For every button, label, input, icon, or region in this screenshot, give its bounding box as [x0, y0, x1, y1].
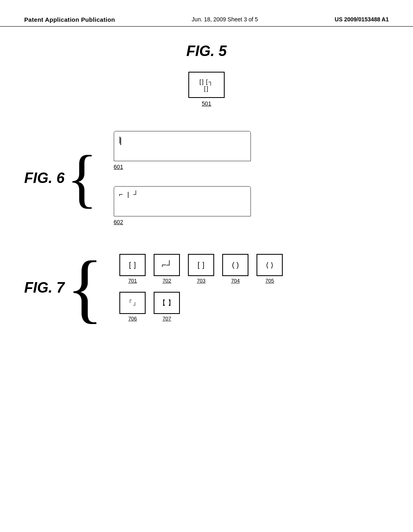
fig7-title: FIG. 7: [24, 279, 65, 296]
fig7-brace-icon: {: [67, 249, 103, 326]
fig5-sym2: [┐: [206, 78, 214, 85]
fig7-sym-703: [ ]: [198, 261, 205, 269]
fig7-item-705: ⟨ ⟩ 705: [257, 254, 283, 284]
header-patent-number: US 2009/0153488 A1: [335, 16, 389, 23]
fig7-sym-701: [ ]: [129, 261, 136, 269]
fig5-sym3: []: [204, 85, 209, 92]
fig7-box-703: [ ]: [188, 254, 214, 276]
fig7-item-701: [ ] 701: [119, 254, 146, 284]
fig7-row1: [ ] 701 ⌐┘ 702 [ ] 703: [119, 254, 283, 284]
fig6-title: FIG. 6: [24, 170, 65, 187]
fig6-item-601: | 601: [114, 131, 251, 170]
fig7-box-702: ⌐┘: [154, 254, 180, 276]
fig6-diagrams: | 601 ⌐ | ┘ 602: [114, 131, 251, 225]
fig7-sym-705: ⟨ ⟩: [266, 261, 273, 270]
fig6-label-602: 602: [114, 219, 123, 225]
fig6-cursor-601: |: [120, 136, 122, 145]
fig7-box-705: ⟨ ⟩: [257, 254, 283, 276]
header-date-sheet: Jun. 18, 2009 Sheet 3 of 5: [192, 16, 258, 23]
fig6-box-601: |: [114, 131, 251, 161]
fig7-item-707: 【 】 707: [154, 292, 180, 322]
fig6-brace-icon: {: [67, 146, 98, 210]
fig5-section: FIG. 5 [] [┐ [] 501: [24, 43, 389, 107]
fig5-sym1: []: [199, 78, 204, 85]
fig5-row1: [] [┐: [199, 78, 213, 85]
fig6-label-container: FIG. 6 {: [24, 146, 98, 210]
fig7-sym-702: ⌐┘: [162, 260, 172, 270]
fig7-row2: 『』 706 【 】 707: [119, 292, 283, 322]
main-content: FIG. 5 [] [┐ [] 501 FIG. 6 { | 601: [0, 27, 413, 334]
page-header: Patent Application Publication Jun. 18, …: [0, 0, 413, 27]
fig6-item-602: ⌐ | ┘ 602: [114, 186, 251, 225]
fig6-section: FIG. 6 { | 601 ⌐ | ┘ 602: [24, 131, 389, 225]
fig5-title: FIG. 5: [186, 43, 227, 60]
fig7-sym-706: 『』: [125, 298, 140, 308]
fig7-label-container: FIG. 7 {: [24, 249, 103, 326]
fig7-label-707: 707: [163, 316, 171, 322]
fig6-content-602: ⌐ | ┘: [119, 191, 140, 199]
header-publication-label: Patent Application Publication: [24, 16, 115, 23]
fig7-box-707: 【 】: [154, 292, 180, 314]
fig5-row2: []: [204, 85, 209, 92]
fig7-item-703: [ ] 703: [188, 254, 214, 284]
fig7-item-702: ⌐┘ 702: [154, 254, 180, 284]
fig7-sym-707: 【 】: [159, 298, 175, 308]
fig7-section: FIG. 7 { [ ] 701 ⌐┘ 702: [24, 249, 389, 326]
fig6-label-601: 601: [114, 164, 123, 170]
fig7-item-706: 『』 706: [119, 292, 146, 322]
fig7-box-701: [ ]: [119, 254, 146, 276]
fig5-diagram: [] [┐ []: [188, 72, 225, 98]
fig5-label: 501: [202, 100, 211, 107]
fig7-label-706: 706: [128, 316, 137, 322]
fig7-item-704: ( ) 704: [222, 254, 248, 284]
fig7-sym-704: ( ): [232, 261, 239, 269]
fig6-box-602: ⌐ | ┘: [114, 186, 251, 216]
fig7-box-704: ( ): [222, 254, 248, 276]
fig7-label-705: 705: [265, 278, 274, 284]
fig7-label-703: 703: [197, 278, 206, 284]
fig7-label-704: 704: [231, 278, 240, 284]
fig7-label-701: 701: [128, 278, 137, 284]
fig7-box-706: 『』: [119, 292, 146, 314]
fig7-diagrams: [ ] 701 ⌐┘ 702 [ ] 703: [119, 254, 283, 322]
fig7-label-702: 702: [163, 278, 171, 284]
